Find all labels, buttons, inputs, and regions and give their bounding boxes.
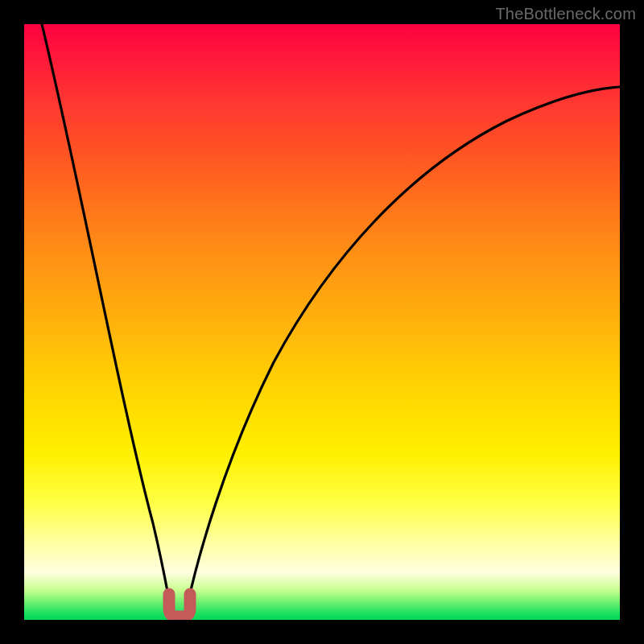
curve-layer (24, 24, 620, 620)
left-branch-curve (42, 24, 171, 608)
watermark-text: TheBottleneck.com (495, 5, 636, 23)
plot-area (24, 24, 620, 620)
chart-frame: TheBottleneck.com (0, 0, 644, 644)
optimum-marker (169, 594, 190, 617)
right-branch-curve (187, 87, 620, 608)
